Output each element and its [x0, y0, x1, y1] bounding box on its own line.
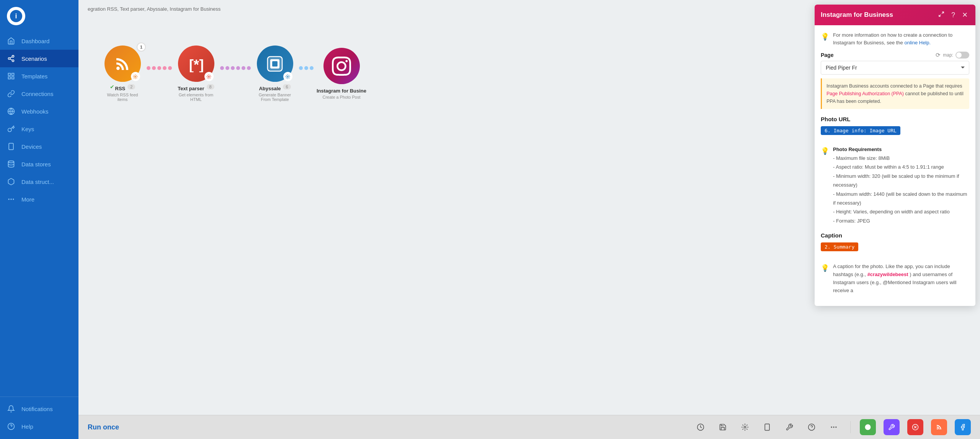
dots-icon	[7, 195, 15, 203]
bottom-icons	[693, 419, 971, 435]
check-icon-rss: ✔	[110, 84, 114, 90]
svg-point-33	[833, 426, 834, 428]
svg-point-16	[13, 198, 14, 200]
caption-code[interactable]: 2. Summary	[821, 242, 858, 251]
sidebar-item-devices[interactable]: Devices	[0, 138, 78, 155]
sidebar-item-label: Help	[21, 423, 33, 430]
module-tool-rss	[131, 72, 140, 81]
sidebar-item-datastores[interactable]: Data stores	[0, 155, 78, 173]
module-title-rss: ✔ RSS 2	[110, 82, 136, 91]
sidebar-item-label: Dashboard	[21, 38, 49, 44]
svg-rect-6	[12, 73, 14, 76]
sidebar-item-label: Data struct...	[21, 179, 54, 185]
page-field-section: Page ⟳ map: Pied Piper Fr Instagram Busi…	[821, 52, 969, 109]
right-panel: Instagram for Business ? ✕ 💡 For more in…	[815, 5, 975, 306]
expand-button[interactable]	[937, 10, 946, 20]
page-label-row: Page ⟳ map:	[821, 52, 969, 59]
purple-icon-button[interactable]	[884, 419, 900, 435]
run-once-button[interactable]: Run once	[88, 422, 119, 433]
info-box-connection: 💡 For more information on how to create …	[821, 31, 969, 46]
svg-point-2	[12, 60, 14, 62]
caption-hashtag: #crazywildebeest	[867, 272, 908, 277]
orange-icon-button[interactable]	[931, 419, 947, 435]
page-select[interactable]: Pied Piper Fr	[821, 61, 969, 75]
module-badge-rss: 1	[137, 42, 146, 52]
module-instagram[interactable]: Instagram for Busine Create a Photo Post	[317, 48, 366, 99]
green-icon-button[interactable]	[860, 419, 876, 435]
app-logo[interactable]: i	[7, 7, 25, 25]
caption-info-icon: 💡	[821, 263, 829, 294]
module-title-instagram: Instagram for Busine	[317, 84, 366, 94]
refresh-icon[interactable]: ⟳	[936, 52, 941, 59]
module-text-parser[interactable]: [*] Text parser 8 Get elements from HTML	[175, 46, 217, 102]
sidebar-item-datastruct[interactable]: Data struct...	[0, 173, 78, 190]
svg-point-0	[12, 55, 14, 57]
svg-point-14	[8, 198, 10, 200]
help-bottom-button[interactable]	[804, 420, 819, 434]
blue-icon-button[interactable]	[955, 419, 971, 435]
sidebar-item-webhooks[interactable]: Webhooks	[0, 102, 78, 120]
cube-icon	[7, 178, 15, 185]
svg-rect-24	[272, 61, 278, 67]
panel-header-actions: ? ✕	[937, 10, 969, 20]
svg-point-21	[208, 76, 209, 77]
sidebar-item-scenarios[interactable]: Scenarios	[0, 50, 78, 67]
mobile-button[interactable]	[760, 420, 774, 434]
main-content: egration RSS, Text parser, Abyssale, Ins…	[78, 0, 980, 439]
bottom-bar: Run once	[78, 415, 980, 439]
sidebar-item-more[interactable]: More	[0, 190, 78, 208]
sidebar-item-label: Templates	[21, 73, 47, 80]
settings-button[interactable]	[738, 420, 752, 434]
sidebar-item-label: Data stores	[21, 161, 51, 167]
info-icon: 💡	[821, 32, 829, 46]
sidebar-item-label: Notifications	[21, 406, 53, 412]
sidebar-item-keys[interactable]: Keys	[0, 120, 78, 138]
sidebar-item-notifications[interactable]: Notifications	[0, 400, 78, 418]
module-circle-rss[interactable]	[105, 46, 141, 82]
caption-title: Caption	[821, 232, 969, 239]
req-items: - Maximum file size: 8MiB- Aspect ratio:…	[833, 154, 969, 225]
ppa-warning: Instagram Business accounts connected to…	[821, 78, 969, 109]
module-rss[interactable]: 1 ✔ RSS 2 Watch RSS feed items	[101, 46, 144, 102]
module-circle-instagram[interactable]	[323, 48, 360, 84]
svg-line-4	[10, 57, 12, 58]
database-icon	[7, 160, 15, 168]
page-label: Page	[821, 52, 833, 58]
sidebar-item-connections[interactable]: Connections	[0, 85, 78, 102]
connector-2	[217, 66, 254, 70]
clock-button[interactable]	[693, 420, 708, 434]
online-help-link[interactable]: online Help.	[904, 40, 931, 46]
module-circle-text-parser[interactable]: [*]	[178, 46, 214, 82]
svg-rect-7	[12, 77, 14, 79]
svg-rect-11	[9, 143, 13, 150]
svg-point-15	[10, 198, 11, 200]
red-icon-button[interactable]	[907, 419, 923, 435]
req-box: 💡 Photo Requirements - Maximum file size…	[821, 146, 969, 225]
sidebar-item-templates[interactable]: Templates	[0, 67, 78, 85]
sidebar-item-help[interactable]: Help	[0, 418, 78, 435]
more-bottom-button[interactable]	[826, 420, 841, 434]
photo-url-section: Photo URL 6. Image info: Image URL	[821, 116, 969, 140]
panel-header: Instagram for Business ? ✕	[815, 5, 975, 25]
module-circle-abyssale[interactable]	[257, 46, 293, 82]
req-title: Photo Requirements	[833, 146, 969, 152]
svg-point-19	[135, 76, 136, 77]
photo-url-code[interactable]: 6. Image info: Image URL	[821, 126, 900, 135]
grid-icon	[7, 72, 15, 80]
map-toggle[interactable]	[956, 52, 969, 59]
panel-body: 💡 For more information on how to create …	[815, 25, 975, 306]
sidebar-item-dashboard[interactable]: Dashboard	[0, 32, 78, 50]
sidebar: i Dashboard Scenarios Templates C	[0, 0, 78, 439]
help-panel-button[interactable]: ?	[950, 10, 957, 20]
question-circle-icon	[7, 423, 15, 430]
req-info-icon: 💡	[821, 147, 829, 225]
wrench-button[interactable]	[782, 420, 797, 434]
close-panel-button[interactable]: ✕	[960, 10, 969, 20]
module-abyssale[interactable]: Abyssale 6 Generate Banner From Template	[254, 46, 296, 102]
save-button[interactable]	[715, 420, 730, 434]
photo-url-title: Photo URL	[821, 116, 969, 122]
svg-point-34	[835, 426, 836, 428]
bell-icon	[7, 405, 15, 413]
ppa-link[interactable]: Page Publishing Authorization (PPA)	[826, 91, 904, 96]
svg-text:[*]: [*]	[189, 57, 204, 72]
